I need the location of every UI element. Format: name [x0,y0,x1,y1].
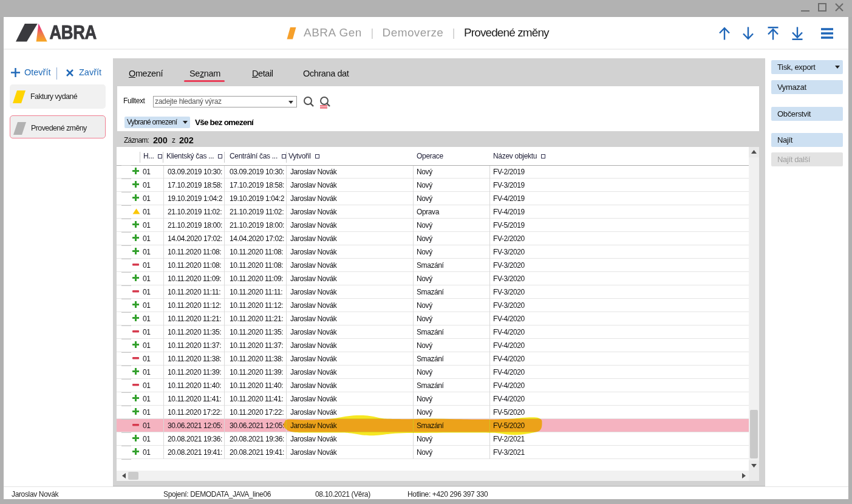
svg-text:ABRA: ABRA [50,23,97,43]
